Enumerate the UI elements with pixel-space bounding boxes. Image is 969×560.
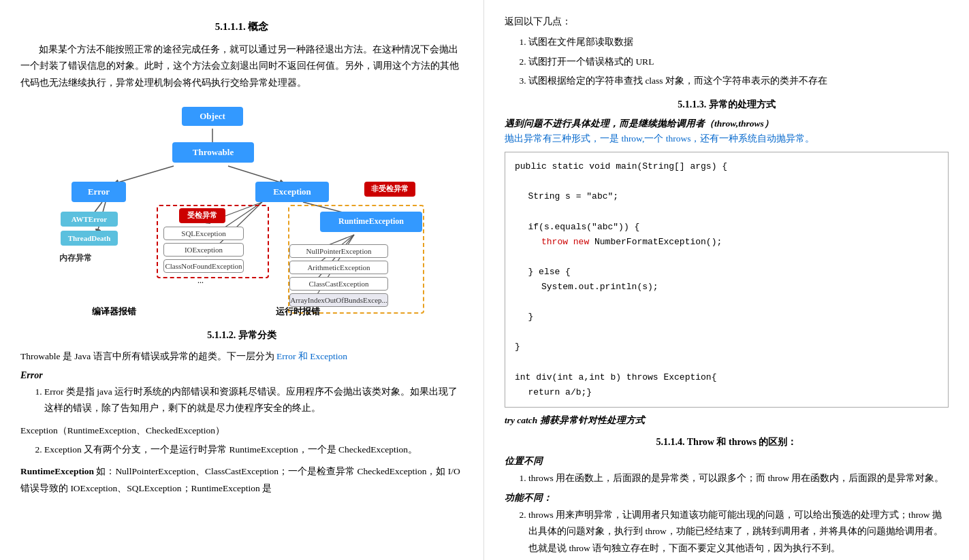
code-line-blank5 <box>515 325 938 340</box>
code-line-3: if(s.equals("abc")) { <box>515 220 938 235</box>
code-line-10: return a/b;} <box>515 385 938 400</box>
function-item-2: throws 用来声明异常，让调用者只知道该功能可能出现的问题，可以给出预选的处… <box>528 507 949 557</box>
code-line-7: } <box>515 310 938 325</box>
runtime-text: RuntimeException 如：NullPointerException、… <box>20 463 463 497</box>
list-intro: 返回以下几点： <box>505 14 949 30</box>
intro-paragraph: 如果某个方法不能按照正常的途径完成任务，就可以通过另一种路径退出方法。在这种情况… <box>20 42 463 91</box>
exception-box: Exception <box>255 182 329 202</box>
section-title-111: 5.1.1.1. 概念 <box>20 20 463 33</box>
section-112-title: 5.1.1.2. 异常分类 <box>20 329 463 342</box>
code-line-blank3 <box>515 250 938 265</box>
code-line-8: } <box>515 340 938 355</box>
code-line-blank4 <box>515 295 938 310</box>
handling-title: 遇到问题不进行具体处理，而是继续抛给调用者（throw,throws） <box>505 118 949 130</box>
arithmetic-box: ArithmeticException <box>289 261 388 274</box>
class-not-found-box: ClassNotFoundException <box>163 259 244 273</box>
code-line-2: String s = "abc"; <box>515 189 938 204</box>
svg-line-1 <box>116 166 174 183</box>
function-list: throws 用来声明异常，让调用者只知道该功能可能出现的问题，可以给出预选的处… <box>528 507 949 557</box>
throwable-box: Throwable <box>172 142 254 163</box>
checked-label-box: 受检异常 <box>179 208 225 223</box>
right-panel: 返回以下几点： 试图在文件尾部读取数据 试图打开一个错误格式的 URL 试图根据… <box>484 0 969 560</box>
position-title: 位置不同 <box>505 455 949 467</box>
exception-diagram: Object Throwable Error Exception AWTErro… <box>20 101 463 319</box>
right-list-item-1: 试图在文件尾部读取数据 <box>528 34 949 50</box>
code-line-5: } else { <box>515 265 938 280</box>
left-panel: 5.1.1.1. 概念 如果某个方法不能按照正常的途径完成任务，就可以通过另一种… <box>0 0 484 560</box>
trycatch-text: try catch 捕获异常针对性处理方式 <box>505 414 949 427</box>
awt-error-box: AWTError <box>61 212 118 227</box>
exception-list: Exception 又有两个分支，一个是运行时异常 RuntimeExcepti… <box>44 442 463 458</box>
thread-death-box: ThreadDeath <box>61 231 118 246</box>
right-list: 试图在文件尾部读取数据 试图打开一个错误格式的 URL 试图根据给定的字符串查找… <box>528 34 949 89</box>
classification-text: Throwable 是 Java 语言中所有错误或异常的超类。下一层分为 Err… <box>20 348 463 365</box>
class-cast-box: ClassCastException <box>289 277 388 291</box>
throw-intro: 抛出异常有三种形式，一是 throw,一个 throws，还有一种系统自动抛异常… <box>505 133 949 145</box>
code-line-4: throw new NumberFormatException(); <box>515 235 938 250</box>
position-item-1: throws 用在函数上，后面跟的是异常类，可以跟多个；而 throw 用在函数… <box>528 470 949 487</box>
code-line-blank6 <box>515 355 938 369</box>
position-list: throws 用在函数上，后面跟的是异常类，可以跟多个；而 throw 用在函数… <box>528 470 949 487</box>
unchecked-label-box: 非受检异常 <box>364 182 415 197</box>
null-pointer-box: NullPointerException <box>289 244 388 258</box>
exception-item-2: Exception 又有两个分支，一个是运行时异常 RuntimeExcepti… <box>44 442 463 458</box>
code-line-blank2 <box>515 204 938 219</box>
section-114-title: 5.1.1.4. Throw 和 throws 的区别： <box>505 436 949 448</box>
right-list-item-2: 试图打开一个错误格式的 URL <box>528 54 949 70</box>
dots-label: ... <box>197 276 204 286</box>
sql-exception-box: SQLException <box>163 227 244 240</box>
io-exception-box: IOException <box>163 243 244 257</box>
runtime-error-label: 运行时报错 <box>276 306 320 318</box>
function-title: 功能不同： <box>505 492 949 504</box>
array-index-box: ArrayIndexOutOfBundsExcep... <box>289 293 388 307</box>
error-box: Error <box>72 182 126 202</box>
error-list: Error 类是指 java 运行时系统的内部错误和资源耗尽错误。应用程序不会抛… <box>44 384 463 417</box>
memory-error-label: 内存异常 <box>59 252 92 264</box>
exception-label: Exception（RuntimeException、CheckedExcept… <box>20 423 463 439</box>
code-line-blank1 <box>515 174 938 189</box>
compiler-error-label: 编译器报错 <box>92 306 136 318</box>
code-line-9: int div(int a,int b) throws Exception{ <box>515 370 938 385</box>
error-item-1: Error 类是指 java 运行时系统的内部错误和资源耗尽错误。应用程序不会抛… <box>44 384 463 417</box>
code-line-6: System.out.println(s); <box>515 280 938 295</box>
code-block: public static void main(String[] args) {… <box>505 152 949 408</box>
section-113-title: 5.1.1.3. 异常的处理方式 <box>505 99 949 111</box>
error-label: Error <box>20 370 463 381</box>
code-line-1: public static void main(String[] args) { <box>515 159 938 174</box>
svg-line-2 <box>228 166 283 183</box>
right-list-item-3: 试图根据给定的字符串查找 class 对象，而这个字符串表示的类并不存在 <box>528 73 949 89</box>
object-box: Object <box>182 107 243 126</box>
